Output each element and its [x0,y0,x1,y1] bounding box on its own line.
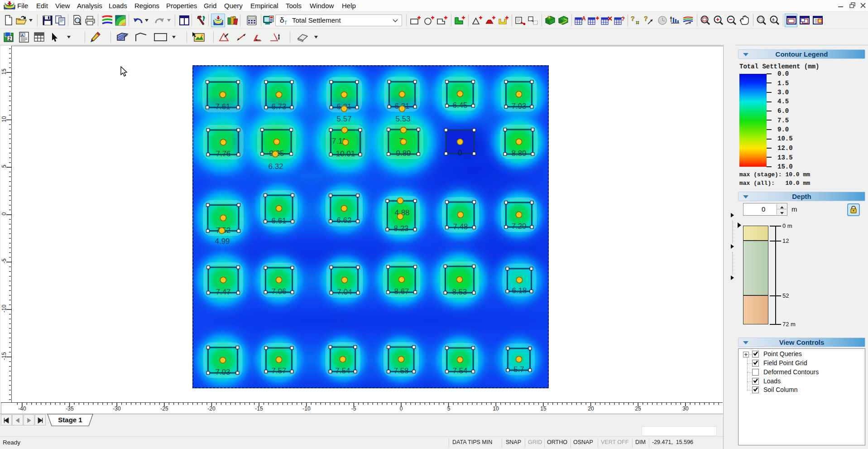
svg-text:5.7: 5.7 [513,365,524,374]
svg-text:A: A [21,33,24,38]
svg-text:A: A [582,15,586,22]
svg-text:7.76: 7.76 [216,150,230,158]
svg-text:?: ? [621,15,625,22]
svg-text:±: ± [772,17,775,22]
svg-text:2: 2 [9,36,11,41]
svg-text:5.57: 5.57 [336,115,351,123]
svg-text:6.32: 6.32 [268,162,283,171]
svg-text:?: ? [644,15,648,22]
svg-text:7.47: 7.47 [216,288,230,296]
svg-text:7.03: 7.03 [215,368,230,377]
svg-text:8.67: 8.67 [394,287,409,296]
svg-text:7.06: 7.06 [271,287,286,296]
svg-text:7.04: 7.04 [337,288,352,296]
svg-text:10.01: 10.01 [336,150,355,158]
svg-text:0: 0 [458,149,462,157]
svg-text:7.93: 7.93 [511,102,526,111]
svg-text:8.89: 8.89 [511,149,526,158]
svg-text:8.53: 8.53 [452,288,467,296]
svg-text:7.48: 7.48 [453,222,468,231]
svg-text:6.18: 6.18 [512,286,527,295]
svg-text:6.45: 6.45 [452,101,467,110]
svg-text:Stage 1: Stage 1 [58,416,82,424]
svg-text:4.99: 4.99 [215,237,230,246]
svg-text:6.62: 6.62 [336,216,351,225]
svg-text:5.53: 5.53 [395,115,410,123]
svg-text:6.73: 6.73 [271,102,286,111]
svg-text:7.29: 7.29 [511,222,526,231]
svg-text:6.61: 6.61 [271,217,286,225]
svg-text:8.23: 8.23 [393,224,408,233]
svg-text:7.61: 7.61 [215,102,230,111]
svg-text:?: ? [232,15,236,22]
svg-text:7.54: 7.54 [335,367,350,375]
svg-text:9.89: 9.89 [396,149,411,158]
svg-text:7.58: 7.58 [393,367,408,375]
svg-text:?: ? [631,15,635,22]
svg-text:7.54: 7.54 [452,367,467,375]
svg-text:7.57: 7.57 [271,367,286,375]
